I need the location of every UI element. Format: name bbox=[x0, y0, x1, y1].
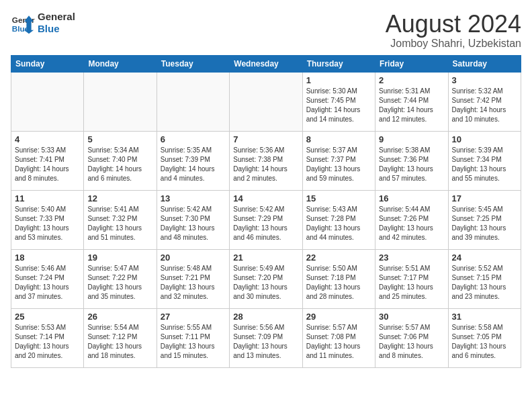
weekday-header-thursday: Thursday bbox=[302, 55, 375, 72]
day-number: 27 bbox=[161, 312, 226, 322]
day-number: 6 bbox=[161, 134, 226, 144]
week-row-4: 18Sunrise: 5:46 AM Sunset: 7:24 PM Dayli… bbox=[11, 249, 521, 308]
day-number: 15 bbox=[306, 193, 371, 203]
week-row-5: 25Sunrise: 5:53 AM Sunset: 7:14 PM Dayli… bbox=[11, 308, 521, 367]
weekday-header-saturday: Saturday bbox=[448, 55, 521, 72]
logo-icon: General Blue bbox=[11, 11, 35, 35]
day-number: 7 bbox=[233, 134, 298, 144]
day-number: 2 bbox=[379, 75, 444, 85]
day-number: 14 bbox=[233, 193, 298, 203]
day-number: 10 bbox=[452, 134, 517, 144]
empty-cell bbox=[230, 72, 302, 131]
day-cell-19: 19Sunrise: 5:47 AM Sunset: 7:22 PM Dayli… bbox=[84, 249, 157, 308]
day-cell-6: 6Sunrise: 5:35 AM Sunset: 7:39 PM Daylig… bbox=[157, 131, 229, 190]
day-cell-18: 18Sunrise: 5:46 AM Sunset: 7:24 PM Dayli… bbox=[11, 249, 84, 308]
day-cell-12: 12Sunrise: 5:41 AM Sunset: 7:32 PM Dayli… bbox=[84, 190, 157, 249]
logo-blue: Blue bbox=[38, 23, 75, 35]
day-info: Sunrise: 5:43 AM Sunset: 7:28 PM Dayligh… bbox=[306, 205, 371, 242]
day-info: Sunrise: 5:42 AM Sunset: 7:30 PM Dayligh… bbox=[161, 205, 226, 242]
month-year: August 2024 bbox=[386, 11, 521, 38]
day-info: Sunrise: 5:45 AM Sunset: 7:25 PM Dayligh… bbox=[452, 205, 517, 242]
day-cell-5: 5Sunrise: 5:34 AM Sunset: 7:40 PM Daylig… bbox=[84, 131, 157, 190]
calendar-table: SundayMondayTuesdayWednesdayThursdayFrid… bbox=[11, 55, 521, 368]
logo: General Blue General Blue bbox=[11, 11, 75, 35]
day-cell-16: 16Sunrise: 5:44 AM Sunset: 7:26 PM Dayli… bbox=[375, 190, 448, 249]
day-cell-27: 27Sunrise: 5:55 AM Sunset: 7:11 PM Dayli… bbox=[157, 308, 229, 367]
day-info: Sunrise: 5:37 AM Sunset: 7:37 PM Dayligh… bbox=[306, 146, 371, 183]
day-number: 12 bbox=[87, 193, 152, 203]
day-number: 11 bbox=[15, 193, 80, 203]
day-number: 5 bbox=[87, 134, 152, 144]
day-number: 31 bbox=[452, 312, 517, 322]
day-cell-22: 22Sunrise: 5:50 AM Sunset: 7:18 PM Dayli… bbox=[302, 249, 375, 308]
day-number: 3 bbox=[452, 75, 517, 85]
day-cell-9: 9Sunrise: 5:38 AM Sunset: 7:36 PM Daylig… bbox=[375, 131, 448, 190]
weekday-header-monday: Monday bbox=[84, 55, 157, 72]
day-cell-11: 11Sunrise: 5:40 AM Sunset: 7:33 PM Dayli… bbox=[11, 190, 84, 249]
day-info: Sunrise: 5:49 AM Sunset: 7:20 PM Dayligh… bbox=[233, 264, 298, 302]
day-number: 30 bbox=[379, 312, 444, 322]
day-number: 18 bbox=[15, 253, 80, 263]
day-info: Sunrise: 5:42 AM Sunset: 7:29 PM Dayligh… bbox=[233, 205, 298, 242]
day-number: 17 bbox=[452, 193, 517, 203]
location: Jomboy Shahri, Uzbekistan bbox=[386, 38, 521, 50]
day-number: 25 bbox=[15, 312, 80, 322]
day-number: 1 bbox=[306, 75, 371, 85]
day-info: Sunrise: 5:39 AM Sunset: 7:34 PM Dayligh… bbox=[452, 146, 517, 183]
day-info: Sunrise: 5:57 AM Sunset: 7:08 PM Dayligh… bbox=[306, 323, 371, 361]
weekday-header-tuesday: Tuesday bbox=[157, 55, 229, 72]
day-info: Sunrise: 5:35 AM Sunset: 7:39 PM Dayligh… bbox=[161, 146, 226, 183]
day-number: 23 bbox=[379, 253, 444, 263]
day-number: 28 bbox=[233, 312, 298, 322]
day-cell-17: 17Sunrise: 5:45 AM Sunset: 7:25 PM Dayli… bbox=[448, 190, 521, 249]
empty-cell bbox=[157, 72, 229, 131]
page-header: General Blue General Blue August 2024 Jo… bbox=[11, 11, 521, 50]
day-info: Sunrise: 5:41 AM Sunset: 7:32 PM Dayligh… bbox=[87, 205, 152, 242]
day-number: 24 bbox=[452, 253, 517, 263]
day-number: 16 bbox=[379, 193, 444, 203]
day-cell-23: 23Sunrise: 5:51 AM Sunset: 7:17 PM Dayli… bbox=[375, 249, 448, 308]
day-info: Sunrise: 5:58 AM Sunset: 7:05 PM Dayligh… bbox=[452, 323, 517, 361]
day-number: 9 bbox=[379, 134, 444, 144]
day-cell-7: 7Sunrise: 5:36 AM Sunset: 7:38 PM Daylig… bbox=[230, 131, 302, 190]
day-info: Sunrise: 5:47 AM Sunset: 7:22 PM Dayligh… bbox=[87, 264, 152, 302]
day-cell-8: 8Sunrise: 5:37 AM Sunset: 7:37 PM Daylig… bbox=[302, 131, 375, 190]
day-info: Sunrise: 5:31 AM Sunset: 7:44 PM Dayligh… bbox=[379, 87, 444, 124]
week-row-1: 1Sunrise: 5:30 AM Sunset: 7:45 PM Daylig… bbox=[11, 72, 521, 131]
day-number: 21 bbox=[233, 253, 298, 263]
day-number: 4 bbox=[15, 134, 80, 144]
day-info: Sunrise: 5:52 AM Sunset: 7:15 PM Dayligh… bbox=[452, 264, 517, 302]
day-info: Sunrise: 5:30 AM Sunset: 7:45 PM Dayligh… bbox=[306, 87, 371, 124]
empty-cell bbox=[11, 72, 84, 131]
weekday-header-friday: Friday bbox=[375, 55, 448, 72]
day-number: 22 bbox=[306, 253, 371, 263]
day-number: 19 bbox=[87, 253, 152, 263]
day-info: Sunrise: 5:32 AM Sunset: 7:42 PM Dayligh… bbox=[452, 87, 517, 124]
day-cell-30: 30Sunrise: 5:57 AM Sunset: 7:06 PM Dayli… bbox=[375, 308, 448, 367]
day-info: Sunrise: 5:40 AM Sunset: 7:33 PM Dayligh… bbox=[15, 205, 80, 242]
day-info: Sunrise: 5:51 AM Sunset: 7:17 PM Dayligh… bbox=[379, 264, 444, 302]
day-info: Sunrise: 5:33 AM Sunset: 7:41 PM Dayligh… bbox=[15, 146, 80, 183]
empty-cell bbox=[84, 72, 157, 131]
day-cell-24: 24Sunrise: 5:52 AM Sunset: 7:15 PM Dayli… bbox=[448, 249, 521, 308]
day-cell-4: 4Sunrise: 5:33 AM Sunset: 7:41 PM Daylig… bbox=[11, 131, 84, 190]
day-number: 20 bbox=[161, 253, 226, 263]
day-info: Sunrise: 5:46 AM Sunset: 7:24 PM Dayligh… bbox=[15, 264, 80, 302]
day-number: 13 bbox=[161, 193, 226, 203]
day-cell-13: 13Sunrise: 5:42 AM Sunset: 7:30 PM Dayli… bbox=[157, 190, 229, 249]
day-cell-21: 21Sunrise: 5:49 AM Sunset: 7:20 PM Dayli… bbox=[230, 249, 302, 308]
day-cell-10: 10Sunrise: 5:39 AM Sunset: 7:34 PM Dayli… bbox=[448, 131, 521, 190]
day-cell-26: 26Sunrise: 5:54 AM Sunset: 7:12 PM Dayli… bbox=[84, 308, 157, 367]
day-info: Sunrise: 5:44 AM Sunset: 7:26 PM Dayligh… bbox=[379, 205, 444, 242]
day-cell-29: 29Sunrise: 5:57 AM Sunset: 7:08 PM Dayli… bbox=[302, 308, 375, 367]
day-cell-31: 31Sunrise: 5:58 AM Sunset: 7:05 PM Dayli… bbox=[448, 308, 521, 367]
day-cell-20: 20Sunrise: 5:48 AM Sunset: 7:21 PM Dayli… bbox=[157, 249, 229, 308]
week-row-2: 4Sunrise: 5:33 AM Sunset: 7:41 PM Daylig… bbox=[11, 131, 521, 190]
logo-general: General bbox=[38, 11, 75, 23]
day-cell-15: 15Sunrise: 5:43 AM Sunset: 7:28 PM Dayli… bbox=[302, 190, 375, 249]
day-cell-28: 28Sunrise: 5:56 AM Sunset: 7:09 PM Dayli… bbox=[230, 308, 302, 367]
day-info: Sunrise: 5:50 AM Sunset: 7:18 PM Dayligh… bbox=[306, 264, 371, 302]
day-info: Sunrise: 5:34 AM Sunset: 7:40 PM Dayligh… bbox=[87, 146, 152, 183]
day-info: Sunrise: 5:53 AM Sunset: 7:14 PM Dayligh… bbox=[15, 323, 80, 361]
day-cell-3: 3Sunrise: 5:32 AM Sunset: 7:42 PM Daylig… bbox=[448, 72, 521, 131]
